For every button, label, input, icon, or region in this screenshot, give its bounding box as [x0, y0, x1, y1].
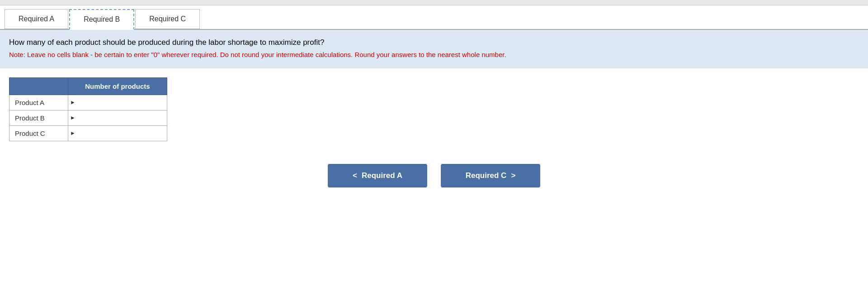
- product-a-input-cell[interactable]: ►: [68, 95, 167, 110]
- column-header-label: Number of products: [85, 82, 150, 90]
- product-c-arrow: ►: [68, 130, 77, 136]
- page-wrapper: Required A Required B Required C How man…: [0, 0, 868, 288]
- tab-label-required-b: Required B: [84, 15, 120, 23]
- note-text: Note: Leave no cells blank - be certain …: [9, 50, 859, 60]
- table-header-empty: [9, 77, 68, 95]
- product-a-label: Product A: [9, 95, 68, 110]
- main-question: How many of each product should be produ…: [9, 38, 859, 47]
- products-table: Number of products Product A ► Product B: [9, 77, 167, 141]
- tab-required-b[interactable]: Required B: [69, 9, 134, 30]
- prev-button[interactable]: Required A: [328, 164, 427, 187]
- scrollbar-area[interactable]: [0, 0, 868, 5]
- tab-label-required-c: Required C: [149, 15, 186, 23]
- info-banner: How many of each product should be produ…: [0, 30, 868, 68]
- table-row: Product A ►: [9, 95, 167, 110]
- table-row: Product B ►: [9, 110, 167, 125]
- tab-required-c[interactable]: Required C: [135, 9, 200, 29]
- product-c-input-cell[interactable]: ►: [68, 125, 167, 141]
- prev-button-label: Required A: [362, 171, 402, 180]
- chevron-left-icon: [353, 171, 357, 180]
- product-b-arrow: ►: [68, 115, 77, 121]
- tab-required-a[interactable]: Required A: [5, 9, 68, 29]
- nav-buttons: Required A Required C: [0, 150, 868, 201]
- product-b-input[interactable]: [77, 110, 167, 125]
- product-a-arrow: ►: [68, 99, 77, 106]
- chevron-right-icon: [511, 171, 515, 180]
- product-b-input-cell[interactable]: ►: [68, 110, 167, 125]
- product-c-label: Product C: [9, 125, 68, 141]
- table-header-number-of-products: Number of products: [68, 77, 167, 95]
- next-button-label: Required C: [466, 171, 507, 180]
- product-b-label: Product B: [9, 110, 68, 125]
- tab-row: Required A Required B Required C: [0, 5, 868, 30]
- tab-label-required-a: Required A: [19, 15, 54, 23]
- table-section: Number of products Product A ► Product B: [0, 68, 868, 150]
- product-c-input[interactable]: [77, 126, 167, 141]
- table-row: Product C ►: [9, 125, 167, 141]
- next-button[interactable]: Required C: [441, 164, 540, 187]
- product-a-input[interactable]: [77, 95, 167, 110]
